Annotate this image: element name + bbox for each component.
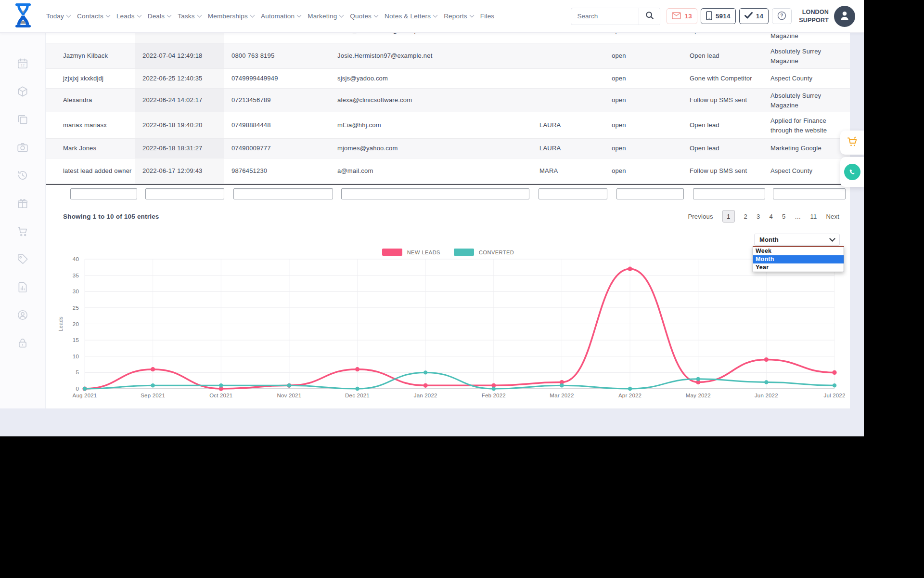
nav-item-notes-letters[interactable]: Notes & Letters: [385, 13, 437, 20]
page-button[interactable]: 3: [757, 213, 760, 220]
nav-item-deals[interactable]: Deals: [148, 13, 171, 20]
next-button[interactable]: Next: [826, 213, 839, 220]
chevron-down-icon: [167, 13, 172, 18]
camera-icon[interactable]: [16, 141, 29, 154]
table-row[interactable]: mariax mariasx2022-06-18 19:40:200749888…: [46, 112, 850, 139]
help-badge[interactable]: ?: [772, 8, 792, 24]
previous-button[interactable]: Previous: [688, 213, 713, 220]
sidebar: 12: [0, 32, 46, 408]
nav-item-contacts[interactable]: Contacts: [77, 13, 110, 20]
cell-owner: LAURA: [539, 120, 597, 130]
cell-status: open: [612, 120, 665, 130]
account-icon[interactable]: [16, 309, 29, 321]
nav-item-label: Quotes: [350, 13, 372, 20]
svg-text:Oct 2021: Oct 2021: [209, 393, 232, 398]
cart-float-button[interactable]: [840, 131, 864, 155]
cell-email: mEia@hhj.com: [337, 120, 496, 130]
chevron-down-icon: [197, 13, 202, 18]
period-dropdown: WeekMonthYear: [753, 246, 844, 272]
nav-item-reports[interactable]: Reports: [444, 13, 474, 20]
page-button[interactable]: 2: [744, 213, 747, 220]
envelope-icon: [672, 12, 681, 21]
user-avatar[interactable]: [834, 6, 855, 27]
nav-item-quotes[interactable]: Quotes: [350, 13, 378, 20]
nav-item-label: Contacts: [77, 13, 103, 20]
cell-name: mariax mariasx: [63, 120, 140, 130]
leads-chart-section: Month WeekMonthYear NEW LEADSCONVERTED 0…: [46, 234, 850, 408]
mobile-phone-icon: [706, 11, 712, 22]
table-row[interactable]: Jazmyn Kilback2022-07-04 12:49:180800 76…: [46, 43, 850, 69]
table-row[interactable]: latest lead added owner2022-06-17 12:09:…: [46, 158, 850, 184]
cart-icon: [846, 135, 859, 150]
cell-source: Marketing Google: [770, 144, 843, 153]
page-button[interactable]: 5: [782, 213, 785, 220]
cell-lead_status: Follow up SMS sent: [690, 95, 764, 105]
svg-text:30: 30: [73, 289, 79, 294]
calls-badge[interactable]: 5914: [701, 8, 736, 24]
table-row[interactable]: Gina Schultz2022-07-04 12:49:28074525495…: [46, 32, 850, 43]
nav-item-files[interactable]: Files: [480, 13, 495, 20]
cell-status: open: [612, 144, 665, 153]
column-filter-input[interactable]: [616, 188, 684, 199]
period-select[interactable]: Month: [754, 234, 840, 246]
column-filter-input[interactable]: [233, 188, 333, 199]
package-icon[interactable]: [16, 85, 29, 98]
page-button[interactable]: 4: [769, 213, 772, 220]
nav-item-automation[interactable]: Automation: [261, 13, 301, 20]
chevron-down-icon: [829, 236, 835, 242]
svg-text:Mar 2022: Mar 2022: [550, 393, 574, 398]
column-filter-input[interactable]: [341, 188, 529, 199]
main-content: Gina Schultz2022-07-04 12:49:28074525495…: [46, 32, 850, 408]
nav-item-label: Automation: [261, 13, 295, 20]
cart-icon[interactable]: [16, 225, 29, 237]
lock-icon[interactable]: [16, 337, 29, 349]
column-filter-input[interactable]: [693, 188, 765, 199]
report-icon[interactable]: [16, 281, 29, 293]
person-icon: [838, 9, 851, 24]
gift-icon[interactable]: [16, 197, 29, 210]
period-option-week[interactable]: Week: [753, 247, 844, 255]
nav-item-memberships[interactable]: Memberships: [208, 13, 254, 20]
chevron-down-icon: [469, 13, 474, 18]
period-option-month[interactable]: Month: [753, 255, 844, 263]
table-row[interactable]: jzjxjxj xkxkdjdj2022-06-25 12:40:3507499…: [46, 69, 850, 89]
nav-item-today[interactable]: Today: [46, 13, 70, 20]
nav-right: 13 5914 14: [571, 6, 864, 27]
cell-phone: 0800 763 8195: [231, 51, 318, 61]
table-row[interactable]: Alexandra2022-06-24 14:02:1707213456789a…: [46, 89, 850, 112]
cell-lead_status: Follow up SMS sent: [690, 166, 764, 176]
column-filter-input[interactable]: [70, 188, 137, 199]
nav-item-leads[interactable]: Leads: [116, 13, 141, 20]
nav-item-label: Reports: [444, 13, 467, 20]
chevron-down-icon: [339, 13, 344, 18]
svg-text:Feb 2022: Feb 2022: [482, 393, 506, 398]
tasks-badge[interactable]: 14: [739, 8, 769, 24]
column-filter-input[interactable]: [539, 188, 607, 199]
search-button[interactable]: [639, 8, 660, 25]
cell-phone: 07498884448: [231, 120, 318, 130]
nav-item-marketing[interactable]: Marketing: [308, 13, 343, 20]
user-name: LONDON SUPPORT: [799, 8, 829, 24]
period-option-year[interactable]: Year: [753, 263, 844, 272]
history-icon[interactable]: [16, 169, 29, 182]
whatsapp-float-button[interactable]: [840, 157, 864, 187]
column-filter-input[interactable]: [773, 188, 846, 199]
table-row[interactable]: Mark Jones2022-06-18 18:31:2707490009777…: [46, 139, 850, 158]
column-filter-input[interactable]: [145, 188, 224, 199]
nav-item-tasks[interactable]: Tasks: [178, 13, 201, 20]
cell-name: Alexandra: [63, 95, 140, 105]
copy-icon[interactable]: [16, 113, 29, 126]
search-input[interactable]: [571, 13, 639, 20]
cell-date: 2022-07-04 12:49:28: [142, 32, 227, 36]
mail-badge[interactable]: 13: [667, 8, 697, 24]
cell-status: open: [612, 166, 665, 176]
cell-name: latest lead added owner: [63, 166, 140, 176]
check-icon: [744, 12, 753, 20]
cell-status: open: [612, 51, 665, 61]
page-button[interactable]: 11: [810, 213, 817, 220]
discount-tag-icon[interactable]: [16, 253, 29, 265]
page-button[interactable]: 1: [722, 210, 735, 223]
clinicsoftware-logo[interactable]: [0, 2, 46, 30]
calendar-icon[interactable]: 12: [16, 57, 29, 70]
cell-email: leads_kramarkiniro@example.net: [337, 32, 496, 36]
